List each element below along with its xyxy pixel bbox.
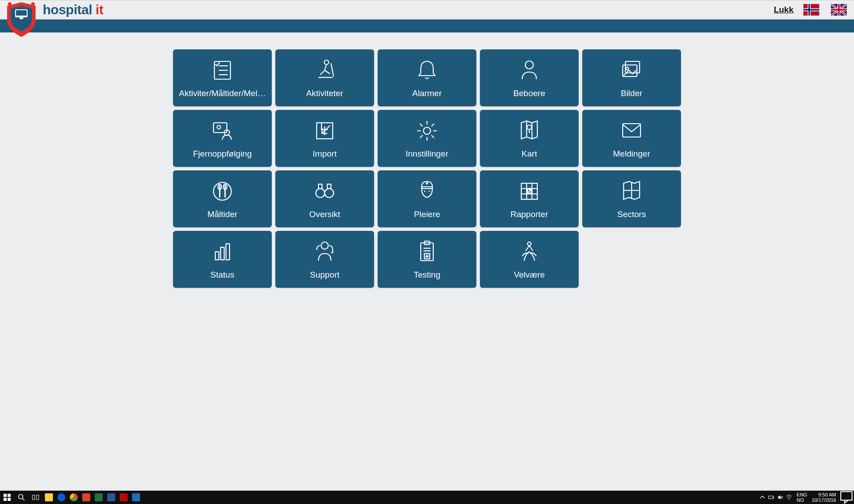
system-tray[interactable] bbox=[759, 494, 795, 500]
svg-rect-15 bbox=[4, 494, 7, 497]
tile-import[interactable]: Import bbox=[275, 110, 374, 167]
clock-date: 10/17/2016 bbox=[812, 497, 836, 503]
tile-label: Meldinger bbox=[613, 149, 650, 159]
tile-label: Oversikt bbox=[309, 210, 340, 219]
checklist-icon bbox=[208, 56, 237, 85]
plate-icon bbox=[208, 177, 237, 206]
tile-label: Innstillinger bbox=[406, 149, 448, 159]
envelope-icon bbox=[617, 116, 646, 145]
tile-label: Kart bbox=[522, 149, 537, 159]
tile-label: Beboere bbox=[513, 89, 545, 98]
svg-rect-28 bbox=[841, 492, 852, 500]
tile-binoculars[interactable]: Oversikt bbox=[275, 170, 374, 227]
tile-headset[interactable]: Support bbox=[275, 231, 374, 288]
taskview-icon[interactable] bbox=[28, 491, 43, 504]
tile-row: FjernoppfølgingImportInnstillingerKartMe… bbox=[173, 110, 681, 167]
svg-rect-1 bbox=[16, 10, 27, 16]
taskbar-app-pdf[interactable] bbox=[117, 491, 130, 504]
tile-gear[interactable]: Innstillinger bbox=[378, 110, 476, 167]
gear-icon bbox=[412, 116, 442, 145]
taskbar: ENG NO 9:50 AM 10/17/2016 bbox=[0, 491, 854, 504]
tile-wellbeing[interactable]: Velvære bbox=[480, 231, 579, 288]
flag-norway[interactable] bbox=[802, 4, 821, 16]
volume-mute-icon bbox=[777, 494, 783, 500]
taskbar-app-excel[interactable] bbox=[93, 491, 105, 504]
tile-label: Testing bbox=[414, 270, 440, 280]
content-area: Aktiviter/Måltider/Mel…AktiviteterAlarme… bbox=[0, 32, 854, 491]
clipboardplus-icon bbox=[412, 237, 442, 266]
brand-wordmark: hospital it bbox=[43, 2, 103, 17]
skier-icon bbox=[310, 56, 339, 85]
lang-bottom: NO bbox=[797, 497, 807, 503]
tile-label: Fjernoppfølging bbox=[193, 149, 252, 159]
tile-label: Måltider bbox=[207, 210, 238, 219]
svg-line-20 bbox=[23, 499, 25, 501]
action-center-icon[interactable] bbox=[839, 491, 854, 504]
tile-person[interactable]: Beboere bbox=[480, 49, 579, 106]
brand-word-2: it bbox=[96, 2, 103, 17]
wifi-icon bbox=[786, 494, 792, 500]
tile-label: Status bbox=[210, 270, 234, 280]
svg-rect-24 bbox=[773, 497, 774, 498]
tile-label: Pleiere bbox=[414, 210, 440, 219]
sectors-icon bbox=[617, 177, 646, 206]
tile-mappin[interactable]: Kart bbox=[480, 110, 579, 167]
videoperson-icon bbox=[208, 116, 237, 145]
tile-label: Alarmer bbox=[412, 89, 442, 98]
tile-label: Aktiviter/Måltider/Mel… bbox=[179, 89, 266, 98]
wellbeing-icon bbox=[515, 237, 544, 266]
tile-label: Aktiviteter bbox=[306, 89, 343, 98]
nav-bar bbox=[0, 20, 854, 32]
reportgrid-icon bbox=[515, 177, 544, 206]
flag-uk[interactable] bbox=[829, 4, 849, 16]
svg-rect-18 bbox=[8, 498, 11, 501]
taskbar-app-generic[interactable] bbox=[130, 491, 142, 504]
headset-icon bbox=[310, 237, 339, 266]
chevron-up-icon[interactable] bbox=[759, 494, 765, 500]
bell-icon bbox=[412, 56, 442, 85]
tile-checklist[interactable]: Aktiviter/Måltider/Mel… bbox=[173, 49, 272, 106]
taskbar-app-edge[interactable] bbox=[55, 491, 68, 504]
tile-videoperson[interactable]: Fjernoppfølging bbox=[173, 110, 272, 167]
clock[interactable]: 9:50 AM 10/17/2016 bbox=[809, 492, 839, 503]
mappin-icon bbox=[515, 116, 544, 145]
tile-clipboardplus[interactable]: Testing bbox=[378, 231, 476, 288]
person-icon bbox=[515, 56, 544, 85]
binoculars-icon bbox=[310, 177, 339, 206]
tile-row: MåltiderOversiktPleiereRapporterSectors bbox=[173, 170, 681, 227]
tile-row: Aktiviter/Måltider/Mel…AktiviteterAlarme… bbox=[173, 49, 681, 106]
import-icon bbox=[310, 116, 339, 145]
tile-bars[interactable]: Status bbox=[173, 231, 272, 288]
tile-label: Import bbox=[313, 149, 337, 159]
tile-plate[interactable]: Måltider bbox=[173, 170, 272, 227]
clock-time: 9:50 AM bbox=[812, 492, 836, 497]
taskbar-app-word[interactable] bbox=[105, 491, 117, 504]
top-bar: hospital it Lukk bbox=[0, 0, 854, 20]
svg-rect-14 bbox=[831, 9, 847, 11]
search-icon[interactable] bbox=[14, 491, 28, 504]
start-button[interactable] bbox=[0, 491, 14, 504]
nurse-icon bbox=[412, 177, 442, 206]
tile-skier[interactable]: Aktiviteter bbox=[275, 49, 374, 106]
close-link[interactable]: Lukk bbox=[774, 5, 794, 15]
taskbar-app-explorer[interactable] bbox=[43, 491, 55, 504]
tile-bell[interactable]: Alarmer bbox=[378, 49, 476, 106]
tile-label: Rapporter bbox=[511, 210, 548, 219]
tile-row: StatusSupportTestingVelvære bbox=[173, 231, 681, 288]
tile-envelope[interactable]: Meldinger bbox=[582, 110, 681, 167]
language-indicator[interactable]: ENG NO bbox=[795, 492, 809, 503]
svg-point-27 bbox=[789, 499, 790, 500]
tile-reportgrid[interactable]: Rapporter bbox=[480, 170, 579, 227]
taskbar-app-chrome[interactable] bbox=[68, 491, 80, 504]
svg-rect-16 bbox=[8, 494, 11, 497]
svg-rect-17 bbox=[4, 498, 7, 501]
tile-label: Velvære bbox=[514, 270, 545, 280]
tile-sectors[interactable]: Sectors bbox=[582, 170, 681, 227]
tile-images[interactable]: Bilder bbox=[582, 49, 681, 106]
taskbar-app-powerpoint[interactable] bbox=[80, 491, 93, 504]
svg-rect-23 bbox=[769, 496, 773, 499]
svg-point-19 bbox=[19, 495, 23, 499]
tile-label: Sectors bbox=[617, 210, 646, 219]
tile-nurse[interactable]: Pleiere bbox=[378, 170, 476, 227]
svg-point-4 bbox=[31, 2, 35, 6]
